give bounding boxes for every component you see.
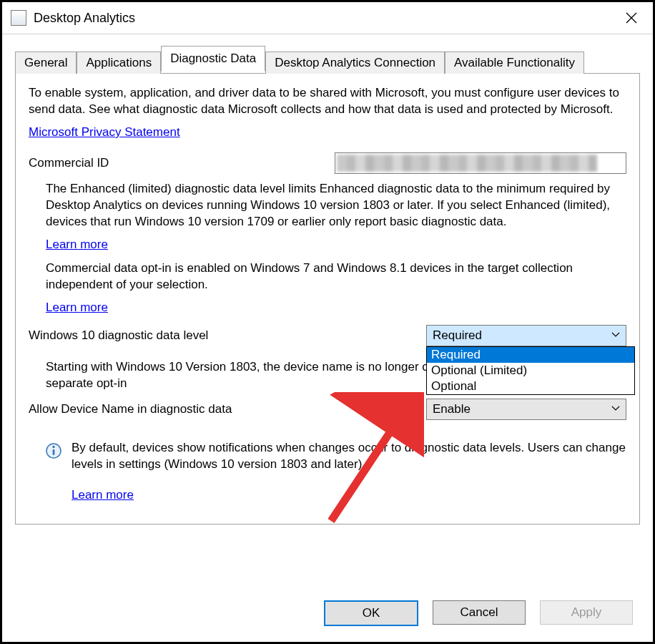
commercial-id-label: Commercial ID <box>29 156 109 170</box>
ok-button[interactable]: OK <box>324 600 418 626</box>
optin-description: Commercial data opt-in is enabled on Win… <box>46 260 626 293</box>
window-title: Desktop Analytics <box>34 11 135 26</box>
dialog-client-area: General Applications Diagnostic Data Des… <box>2 34 653 525</box>
learn-more-link-2[interactable]: Learn more <box>46 301 108 314</box>
svg-rect-1 <box>53 449 55 455</box>
enhanced-description: The Enhanced (limited) diagnostic data l… <box>46 181 626 230</box>
commercial-id-blurred-value <box>337 155 597 172</box>
tab-general[interactable]: General <box>15 52 77 74</box>
chevron-down-icon <box>611 328 620 343</box>
tab-functionality[interactable]: Available Functionality <box>445 52 584 74</box>
diag-level-selected: Required <box>433 328 482 343</box>
notification-info-text: By default, devices show notifications w… <box>72 440 626 473</box>
close-button[interactable] <box>619 5 644 31</box>
privacy-statement-link[interactable]: Microsoft Privacy Statement <box>29 125 180 139</box>
apply-button: Apply <box>540 600 633 625</box>
tab-page-diagnostic: To enable system, application, and drive… <box>15 74 640 525</box>
diag-level-dropdown: Required Optional (Limited) Optional <box>426 346 635 395</box>
learn-more-link-3[interactable]: Learn more <box>72 488 134 502</box>
svg-point-2 <box>52 446 54 448</box>
allow-device-name-selected: Enable <box>433 402 471 416</box>
close-icon <box>626 12 637 24</box>
tab-connection[interactable]: Desktop Analytics Connection <box>265 52 445 74</box>
diag-level-label: Windows 10 diagnostic data level <box>29 328 208 343</box>
app-icon <box>11 10 26 26</box>
commercial-id-input[interactable] <box>335 152 626 174</box>
tab-strip: General Applications Diagnostic Data Des… <box>15 49 640 74</box>
allow-device-name-label: Allow Device Name in diagnostic data <box>29 402 232 416</box>
diag-level-combobox[interactable]: Required Required Optional (Limited) Opt… <box>426 325 626 346</box>
diag-level-option-required[interactable]: Required <box>427 347 634 363</box>
chevron-down-icon <box>611 402 620 416</box>
dialog-button-row: OK Cancel Apply <box>324 600 633 626</box>
learn-more-link-1[interactable]: Learn more <box>46 238 108 251</box>
diag-level-option-optional[interactable]: Optional <box>427 379 634 394</box>
info-icon <box>46 443 61 459</box>
title-bar: Desktop Analytics <box>2 2 653 34</box>
allow-device-name-combobox[interactable]: Enable <box>426 399 626 420</box>
tab-applications[interactable]: Applications <box>77 52 161 74</box>
tab-diagnostic-data[interactable]: Diagnostic Data <box>161 46 265 72</box>
cancel-button[interactable]: Cancel <box>433 600 526 625</box>
intro-text: To enable system, application, and drive… <box>29 85 626 118</box>
diag-level-option-optional-limited[interactable]: Optional (Limited) <box>427 363 634 379</box>
